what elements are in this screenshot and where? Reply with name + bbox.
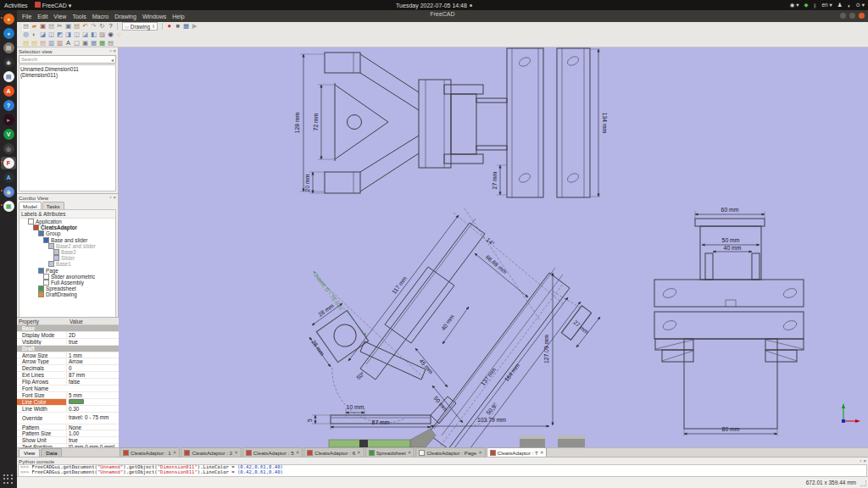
- document-tab[interactable]: CleatsAdaptor : Page ✕: [415, 447, 485, 457]
- close-tab-icon[interactable]: ✕: [357, 450, 361, 455]
- close-tab-icon[interactable]: ✕: [478, 450, 482, 455]
- view-left-button[interactable]: ◧: [90, 31, 97, 39]
- menu-item[interactable]: File: [22, 14, 31, 19]
- cut-button[interactable]: ✂: [56, 23, 64, 30]
- insert-view-button[interactable]: ▥: [47, 40, 55, 47]
- Pattern[interactable]: Pattern None: [17, 424, 119, 431]
- dim-40mm-top[interactable]: 40 mm: [724, 245, 742, 251]
- libreoffice-calc-icon[interactable]: ▦: [1, 200, 16, 213]
- new-file-button[interactable]: ▤: [22, 23, 30, 30]
- combo-view-tab[interactable]: Model: [19, 202, 42, 209]
- tree-item[interactable]: CleatsAdaptor: [19, 225, 115, 230]
- document-tab[interactable]: CleatsAdaptor : 2 ✕: [181, 447, 241, 457]
- app-menu-button[interactable]: FreeCAD ▾: [35, 2, 72, 9]
- menu-item[interactable]: View: [53, 14, 66, 19]
- close-tab-icon[interactable]: ✕: [408, 450, 412, 455]
- menu-item[interactable]: Macro: [92, 14, 108, 19]
- workbench-selector[interactable]: ▱ Drawing ⇕: [122, 22, 158, 30]
- clip-view-button[interactable]: ▣: [81, 40, 89, 47]
- ortho-views-button[interactable]: ▦: [90, 40, 97, 47]
- view-top-button[interactable]: ◩: [56, 31, 64, 39]
- show-applications-button[interactable]: [3, 474, 14, 485]
- menu-item[interactable]: Help: [172, 14, 184, 19]
- macro-stop-button[interactable]: ■: [174, 23, 181, 30]
- freecad-icon[interactable]: F: [1, 157, 16, 169]
- property-panel-tab[interactable]: Data: [41, 448, 62, 457]
- tree-item[interactable]: Group: [19, 230, 115, 236]
- selection-search-input[interactable]: Search ◂: [19, 55, 116, 64]
- tree-item[interactable]: Application: [19, 219, 115, 225]
- activities-button[interactable]: Activities: [4, 3, 28, 8]
- vim-icon[interactable]: V: [1, 128, 16, 141]
- Font Name[interactable]: Font Name: [17, 385, 119, 392]
- Arrow Type[interactable]: Arrow Type Arrow: [17, 358, 119, 365]
- minimize-button[interactable]: [840, 13, 846, 19]
- dim-80mm[interactable]: 80 mm: [722, 426, 740, 432]
- tree-item[interactable]: Base2 and slider: [19, 243, 115, 249]
- tree-item[interactable]: Slider axonometric: [19, 274, 115, 280]
- tree-item[interactable]: Base2: [19, 249, 115, 255]
- bluetooth-icon[interactable]: ᛒ: [814, 3, 817, 8]
- tree-item[interactable]: Slider: [19, 255, 115, 261]
- dim-27mm-front[interactable]: 27 mm: [492, 171, 498, 189]
- tree-column-header[interactable]: Labels & Attributes: [19, 210, 115, 219]
- accessibility-icon[interactable]: ♟: [837, 2, 843, 8]
- menu-item[interactable]: Edit: [37, 14, 47, 19]
- insert-active-view-button[interactable]: ▥: [56, 40, 64, 47]
- selection-list-item[interactable]: Unnamed.Dimension011 (Dimension011): [20, 66, 114, 78]
- shield-icon[interactable]: ◆: [804, 2, 809, 8]
- android-studio-icon[interactable]: A: [1, 171, 16, 184]
- tree-item[interactable]: Full Assembly: [19, 280, 115, 286]
- libreoffice-writer-icon[interactable]: ▤: [1, 70, 16, 83]
- Display Mode[interactable]: Display Mode 2D: [17, 332, 119, 339]
- redo-button[interactable]: ↷: [90, 23, 97, 30]
- menu-item[interactable]: Windows: [142, 14, 166, 19]
- new-a3-page-button[interactable]: ▤: [22, 40, 30, 47]
- export-page-button[interactable]: ▤: [107, 40, 114, 47]
- dim-103-79mm[interactable]: 103.79 mm: [477, 417, 506, 423]
- firefox-icon[interactable]: ●: [1, 13, 16, 25]
- resize-grip[interactable]: [860, 480, 866, 486]
- tree-item[interactable]: Page: [19, 268, 115, 274]
- clear-search-icon[interactable]: ◂: [111, 57, 114, 63]
- macro-play-button[interactable]: ▶: [191, 23, 198, 30]
- combo-view-tab[interactable]: Tasks: [42, 202, 64, 209]
- Decimals[interactable]: Decimals 0: [17, 365, 119, 372]
- Arrow Size[interactable]: Arrow Size 1 mm: [17, 352, 119, 359]
- dim-14deg[interactable]: 14°: [485, 236, 496, 247]
- copy-button[interactable]: ▣: [64, 23, 72, 30]
- slider-view-drawing[interactable]: 60 mm 50 mm 40 mm: [654, 207, 804, 436]
- value-column-header[interactable]: Value: [68, 319, 119, 324]
- volume-icon[interactable]: ◖: [848, 3, 851, 8]
- power-icon[interactable]: ⊙ ▾: [855, 2, 865, 8]
- dim-72mm[interactable]: 72 mm: [313, 113, 319, 130]
- camera-indicator-icon[interactable]: ◉ ▾: [790, 2, 799, 8]
- camera-app-icon[interactable]: ◉: [1, 56, 16, 69]
- ubuntu-software-icon[interactable]: A: [1, 85, 16, 97]
- whats-this-button[interactable]: ?: [107, 23, 114, 30]
- Draft[interactable]: Draft: [17, 346, 119, 352]
- dim-127-09mm[interactable]: 127.09 mm: [543, 335, 549, 363]
- globe-app-icon[interactable]: ◉: [1, 186, 16, 198]
- Flip Arrows[interactable]: Flip Arrows false: [17, 379, 119, 385]
- Line Width[interactable]: Line Width 0.30: [17, 406, 119, 413]
- dim-40mm[interactable]: 40 mm: [440, 313, 455, 331]
- tree-item[interactable]: DraftDrawing: [19, 291, 115, 297]
- document-tab[interactable]: CleatsAdaptor : T ✕: [487, 447, 548, 457]
- dim-27mm-side[interactable]: 27 mm: [572, 319, 590, 336]
- close-button[interactable]: [859, 13, 865, 19]
- side-assembly-drawing[interactable]: 117 mm 14° 66.69 mm travel: 0 - 75 mm 28…: [307, 208, 600, 447]
- Pattern Size[interactable]: Pattern Size 1.00: [17, 430, 119, 437]
- tree-item[interactable]: Spreadsheet: [19, 286, 115, 291]
- tree-item[interactable]: Base and slider: [19, 237, 115, 243]
- paste-button[interactable]: ▤: [73, 23, 81, 30]
- dim-117mm[interactable]: 117 mm: [391, 275, 408, 296]
- macro-record-button[interactable]: ●: [165, 23, 173, 30]
- view-draw-style-button[interactable]: ◐: [31, 31, 38, 39]
- Font Size[interactable]: Font Size 5 mm: [17, 392, 119, 399]
- document-tab[interactable]: CleatsAdaptor : 5 ✕: [242, 447, 303, 457]
- menu-item[interactable]: Drawing: [114, 14, 136, 19]
- dim-20mm[interactable]: 20 mm: [304, 174, 310, 191]
- document-tab[interactable]: CleatsAdaptor : 1 ✕: [120, 447, 180, 457]
- measure-distance-button[interactable]: ▨: [98, 31, 106, 39]
